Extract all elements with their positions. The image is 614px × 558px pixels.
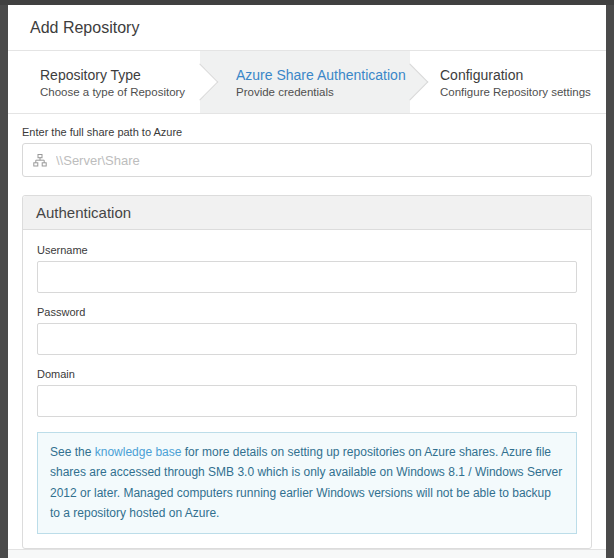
add-repository-dialog: Add Repository Repository Type Choose a … [8,5,606,552]
dialog-footer: Cancel Previous Next Finish [8,549,606,558]
domain-input[interactable] [37,385,577,417]
username-label: Username [37,244,577,256]
wizard-step-bar: Repository Type Choose a type of Reposit… [8,51,606,114]
step-title: Configuration [440,67,591,83]
authentication-panel-header: Authentication [23,196,591,230]
network-share-icon [33,154,47,167]
step-subtitle: Provide credentials [236,86,406,98]
share-path-label: Enter the full share path to Azure [22,126,592,138]
password-field-group: Password [37,306,577,355]
authentication-panel: Authentication Username Password Domain … [22,195,592,549]
authentication-panel-body: Username Password Domain See the knowled… [23,230,591,548]
password-input[interactable] [37,323,577,355]
info-text: See the [50,445,95,459]
dialog-title: Add Repository [30,19,139,37]
wizard-step-repository-type[interactable]: Repository Type Choose a type of Reposit… [40,67,185,98]
step-separator-chevron-icon [182,64,219,101]
username-input[interactable] [37,261,577,293]
dialog-content: Enter the full share path to Azure Authe… [8,114,606,549]
azure-info-note: See the knowledge base for more details … [37,432,577,534]
dialog-title-bar: Add Repository [8,5,606,51]
password-label: Password [37,306,577,318]
username-field-group: Username [37,244,577,293]
domain-label: Domain [37,368,577,380]
share-path-input[interactable] [56,153,581,168]
step-title: Azure Share Authentication [236,67,406,83]
share-path-field [22,143,592,177]
step-title: Repository Type [40,67,185,83]
step-subtitle: Configure Repository settings [440,86,591,98]
knowledge-base-link[interactable]: knowledge base [95,445,182,459]
wizard-step-azure-share-authentication[interactable]: Azure Share Authentication Provide crede… [200,51,410,113]
domain-field-group: Domain [37,368,577,417]
wizard-step-configuration[interactable]: Configuration Configure Repository setti… [440,67,591,98]
step-subtitle: Choose a type of Repository [40,86,185,98]
